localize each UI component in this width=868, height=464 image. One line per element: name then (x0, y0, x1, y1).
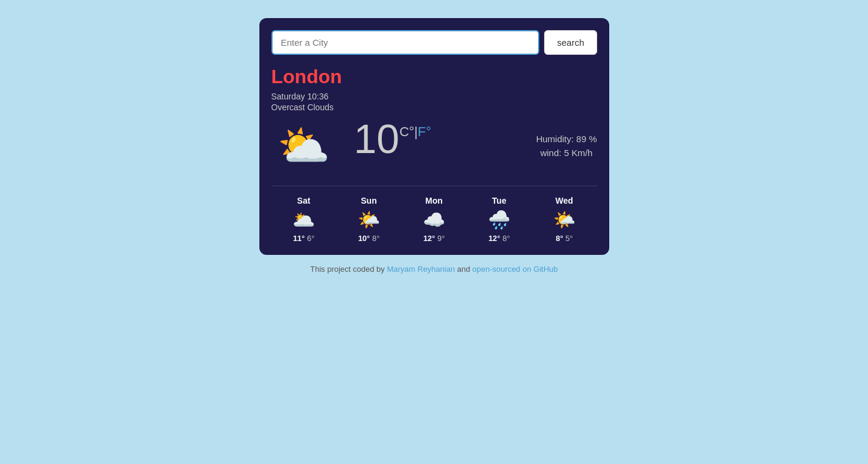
forecast-day-label-wed: Wed (556, 196, 573, 205)
forecast-temps-sun: 10° 8° (358, 234, 380, 243)
humidity-value: Humidity: 89 % (536, 134, 597, 144)
footer-author-link[interactable]: Maryam Reyhanian (387, 265, 455, 274)
temperature-section: 10 C° | F° (354, 118, 431, 159)
date-time: Saturday 10:36 (271, 92, 597, 101)
forecast-day-label-sun: Sun (361, 196, 376, 205)
forecast-temps-tue: 12° 8° (489, 234, 510, 243)
forecast-icon-mon: ☁️ (423, 209, 445, 230)
weather-description: Overcast Clouds (271, 102, 597, 112)
forecast-day-mon: Mon ☁️ 12° 9° (402, 196, 467, 243)
temperature-value: 10 (354, 118, 400, 159)
footer-text-middle: and (457, 265, 472, 274)
footer-github-link[interactable]: open-sourced on GitHub (472, 265, 558, 274)
forecast-day-sat: Sat 🌥️ 11° 6° (271, 196, 337, 243)
current-weather-section: ⛅ 10 C° | F° Humidity: 89 % wind: 5 Km/h (271, 118, 597, 174)
city-search-input[interactable] (271, 30, 540, 55)
city-name: London (271, 66, 597, 88)
forecast-row: Sat 🌥️ 11° 6° Sun 🌤️ 10° 8° Mon ☁️ 12° 9… (271, 186, 597, 243)
fahrenheit-unit[interactable]: F° (418, 124, 431, 140)
search-button[interactable]: search (544, 30, 597, 55)
forecast-temps-wed: 8° 5° (556, 234, 573, 243)
forecast-temps-sat: 11° 6° (293, 234, 315, 243)
humidity-wind-section: Humidity: 89 % wind: 5 Km/h (536, 134, 597, 158)
forecast-day-label-mon: Mon (425, 196, 443, 205)
forecast-day-sun: Sun 🌤️ 10° 8° (337, 196, 402, 243)
forecast-day-label-tue: Tue (492, 196, 507, 205)
current-weather-icon: ⛅ (277, 121, 330, 171)
wind-value: wind: 5 Km/h (536, 148, 597, 158)
footer-text-before: This project coded by (310, 265, 387, 274)
footer: This project coded by Maryam Reyhanian a… (310, 265, 558, 274)
weather-card: search London Saturday 10:36 Overcast Cl… (259, 18, 609, 255)
forecast-icon-sat: 🌥️ (293, 209, 315, 230)
search-row: search (271, 30, 597, 55)
forecast-day-label-sat: Sat (297, 196, 311, 205)
celsius-unit: C° (399, 124, 414, 140)
forecast-icon-wed: 🌤️ (553, 209, 575, 230)
forecast-icon-sun: 🌤️ (358, 209, 380, 230)
forecast-day-wed: Wed 🌤️ 8° 5° (532, 196, 597, 243)
forecast-temps-mon: 12° 9° (423, 234, 445, 243)
forecast-day-tue: Tue 🌧️ 12° 8° (467, 196, 532, 243)
forecast-icon-tue: 🌧️ (488, 209, 510, 230)
